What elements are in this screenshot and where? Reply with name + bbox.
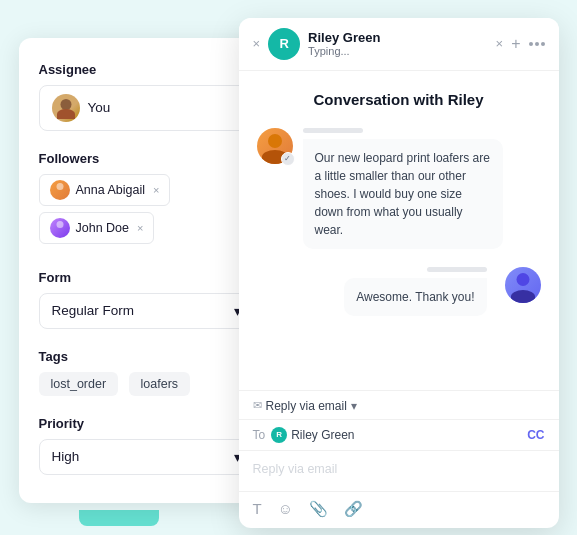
chat-message-agent: Awesome. Thank you! (257, 267, 541, 316)
emoji-icon[interactable]: ☺ (278, 500, 293, 517)
riley-bubble-wrap: Our new leopard print loafers are a litt… (303, 128, 503, 249)
followers-section: Followers Anna Abigail × John Doe × (39, 151, 254, 250)
john-remove[interactable]: × (137, 222, 143, 234)
chat-message-riley: ✓ Our new leopard print loafers are a li… (257, 128, 541, 249)
agent-bubble: Awesome. Thank you! (344, 278, 486, 316)
john-name: John Doe (76, 221, 130, 235)
to-name: Riley Green (291, 428, 527, 442)
follower-anna[interactable]: Anna Abigail × (39, 174, 171, 206)
tags-label: Tags (39, 349, 254, 364)
topbar-x-icon[interactable]: × (496, 36, 504, 51)
tag-lost-order: lost_order (39, 372, 119, 396)
priority-value: High (52, 449, 80, 464)
assignee-avatar (52, 94, 80, 122)
tags-list: lost_order loafers (39, 372, 254, 396)
chat-topbar: × R Riley Green Typing... × + (239, 18, 559, 71)
followers-label: Followers (39, 151, 254, 166)
assignee-label: Assignee (39, 62, 254, 77)
follower-john[interactable]: John Doe × (39, 212, 155, 244)
riley-bubble: Our new leopard print loafers are a litt… (303, 139, 503, 249)
priority-label: Priority (39, 416, 254, 431)
reply-input-area[interactable]: Reply via email (239, 451, 559, 491)
anna-avatar (50, 180, 70, 200)
tags-section: Tags lost_order loafers (39, 349, 254, 396)
reply-via-label: Reply via email (266, 399, 347, 413)
priority-select[interactable]: High ▾ (39, 439, 254, 475)
left-panel: Assignee You Followers Anna Abigail × Jo… (19, 38, 274, 503)
form-value: Regular Form (52, 303, 135, 318)
tag-loafers: loafers (129, 372, 191, 396)
form-select[interactable]: Regular Form ▾ (39, 293, 254, 329)
cc-label[interactable]: CC (527, 428, 544, 442)
riley-badge-icon: ✓ (281, 152, 295, 166)
teal-accent (79, 510, 159, 526)
email-icon: ✉ (253, 399, 262, 412)
chat-body: Conversation with Riley ✓ Our new leopar… (239, 71, 559, 390)
topbar-close-icon[interactable]: × (253, 36, 261, 51)
agent-avatar (505, 267, 541, 303)
right-panel: × R Riley Green Typing... × + Conversati… (239, 18, 559, 528)
followers-list: Anna Abigail × John Doe × (39, 174, 254, 250)
to-label: To (253, 428, 266, 442)
text-format-icon[interactable]: T (253, 500, 262, 517)
topbar-info: Riley Green Typing... (308, 30, 495, 57)
reply-placeholder: Reply via email (253, 462, 338, 476)
to-avatar: R (271, 427, 287, 443)
form-label: Form (39, 270, 254, 285)
reply-via-chevron-icon[interactable]: ▾ (351, 399, 357, 413)
link-icon[interactable]: 🔗 (344, 500, 363, 518)
attachment-icon[interactable]: 📎 (309, 500, 328, 518)
john-avatar (50, 218, 70, 238)
topbar-name: Riley Green (308, 30, 495, 45)
topbar-plus-icon[interactable]: + (511, 35, 520, 53)
riley-name-line (303, 128, 363, 133)
scene: Assignee You Followers Anna Abigail × Jo… (19, 18, 559, 518)
anna-name: Anna Abigail (76, 183, 146, 197)
topbar-more-icon[interactable] (529, 42, 545, 46)
topbar-status: Typing... (308, 45, 495, 57)
agent-name-line (427, 267, 487, 272)
reply-toolbar: T ☺ 📎 🔗 (239, 491, 559, 528)
anna-remove[interactable]: × (153, 184, 159, 196)
chat-title: Conversation with Riley (257, 91, 541, 108)
agent-bubble-wrap: Awesome. Thank you! (344, 267, 486, 316)
priority-section: Priority High ▾ (39, 416, 254, 475)
form-section: Form Regular Form ▾ (39, 270, 254, 329)
reply-to-bar: To R Riley Green CC (239, 420, 559, 451)
reply-area: ✉ Reply via email ▾ To R Riley Green CC … (239, 390, 559, 528)
topbar-actions: × + (496, 35, 545, 53)
reply-via-bar: ✉ Reply via email ▾ (239, 391, 559, 420)
topbar-avatar: R (268, 28, 300, 60)
assignee-value: You (88, 100, 111, 115)
assignee-field[interactable]: You (39, 85, 254, 131)
